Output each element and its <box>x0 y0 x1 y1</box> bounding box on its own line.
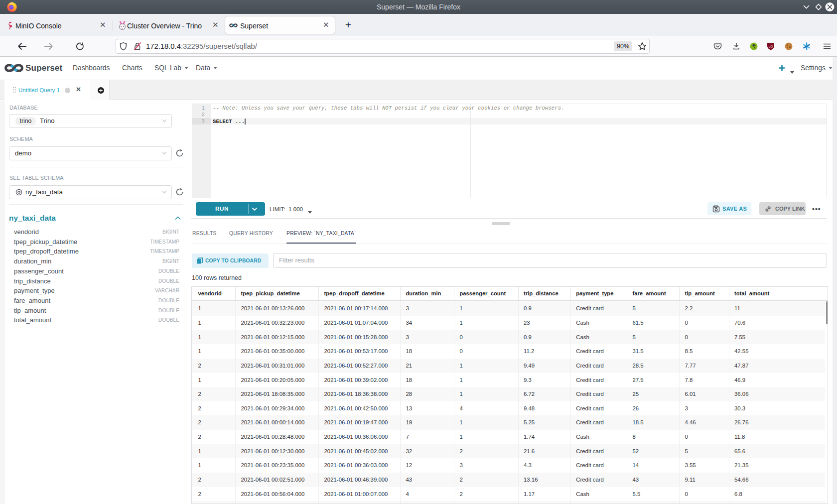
svg-text:uO: uO <box>769 45 773 48</box>
